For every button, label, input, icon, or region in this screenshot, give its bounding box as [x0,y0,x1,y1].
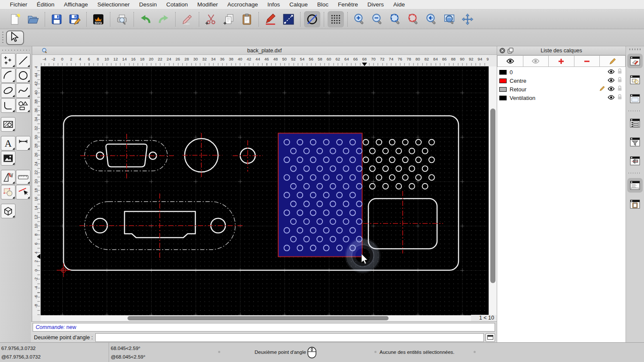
select-entity-tool-button[interactable] [16,185,30,199]
order-tool-button[interactable] [1,185,15,199]
menu-dessin[interactable]: Dessin [134,0,161,9]
layers-show-all-button[interactable] [497,55,523,67]
text-tool-button[interactable]: A [1,136,15,151]
horizontal-scrollbar[interactable] [41,315,489,321]
layer-visibility-icon[interactable] [608,85,615,93]
layer-color-swatch[interactable] [499,70,507,75]
arc-tool-button[interactable] [1,68,15,83]
mouse-icon [307,347,316,359]
svg-export-button[interactable]: SVG [90,11,106,27]
polygon-tool-button[interactable] [16,98,30,113]
line-draw-button[interactable] [280,11,297,27]
layer-visibility-icon[interactable] [608,94,615,102]
dock-entities-button[interactable] [627,116,643,130]
tools-drag-handle[interactable] [2,49,30,51]
layer-edit-button[interactable] [600,55,626,67]
menu-fenetre[interactable]: Fenêtre [333,0,363,9]
hatch-tool-button[interactable] [1,117,15,132]
zoom-window-button[interactable] [441,11,458,27]
solid-tool-button[interactable] [1,204,15,218]
layer-color-swatch[interactable] [499,78,507,83]
zoom-in-button[interactable] [351,11,368,27]
modify-tool-button[interactable] [1,170,15,184]
spline-tool-button[interactable] [16,83,30,98]
menu-bloc[interactable]: Bloc [313,0,333,9]
eraser-button[interactable] [179,11,195,27]
line-tool-button[interactable] [16,53,30,68]
command-input[interactable] [95,333,484,342]
print-preview-button[interactable] [114,11,130,27]
layer-lock-icon[interactable] [617,85,622,93]
dock-drag-handle[interactable] [629,48,641,50]
menu-selectionner[interactable]: Sélectionner [93,0,134,9]
paste-button[interactable] [239,11,255,27]
dock-filter-button[interactable] [627,135,643,149]
layer-visibility-icon[interactable] [608,68,615,76]
layer-lock-icon[interactable] [617,94,622,102]
layers-hide-all-button[interactable] [523,55,549,67]
dimension-tool-button[interactable] [16,136,30,151]
zoom-out-button[interactable] [369,11,386,27]
v-ruler-label: 46 [33,66,38,68]
layer-visibility-icon[interactable] [608,77,615,84]
vertical-scrollbar-thumb[interactable] [490,109,495,283]
drawing-canvas[interactable] [41,66,489,315]
dock-properties-button[interactable] [627,154,643,168]
layer-row-ventilation[interactable]: Ventilation [497,94,626,102]
dock-clipboard-button[interactable] [627,197,643,211]
layer-row-retour[interactable]: Retour [497,85,626,94]
menu-aide[interactable]: Aide [389,0,410,9]
menu-affichage[interactable]: Affichage [59,0,93,9]
layer-remove-button[interactable] [574,55,600,67]
undo-button[interactable] [137,11,154,27]
menu-infos[interactable]: Infos [263,0,285,9]
vertical-scrollbar[interactable] [489,66,497,315]
menu-accrochage[interactable]: Accrochage [222,0,262,9]
dock-blocks-button[interactable] [627,72,643,87]
ellipse-tool-button[interactable] [1,83,15,98]
polyline-tool-button[interactable] [1,98,15,113]
zoom-selection-button[interactable] [405,11,422,27]
pan-button[interactable] [459,11,476,27]
dock-command-button[interactable] [627,178,643,193]
layer-row-0[interactable]: 0 [497,68,626,76]
menu-edition[interactable]: Édition [32,0,59,9]
measure-tool-button[interactable] [16,170,30,184]
open-file-button[interactable] [25,11,41,27]
save-file-button[interactable] [49,11,65,27]
image-tool-button[interactable] [1,151,15,166]
layer-color-swatch[interactable] [499,96,507,100]
h-ruler-label: 24 [167,57,171,61]
cut-button[interactable] [203,11,219,27]
layer-color-swatch[interactable] [499,87,507,92]
circle-tool-button[interactable] [16,68,30,83]
layer-add-button[interactable] [549,55,574,67]
menu-calque[interactable]: Calque [285,0,313,9]
layer-lock-icon[interactable] [617,68,622,76]
point-tool-button[interactable] [1,53,15,68]
draw-pen-button[interactable] [262,11,279,27]
circle-draw-button[interactable] [304,11,320,27]
menu-modifier[interactable]: Modifier [192,0,222,9]
zoom-previous-button[interactable] [423,11,440,27]
new-file-button[interactable] [7,11,23,27]
menu-divers[interactable]: Divers [363,0,389,9]
pan-icon [462,13,474,25]
dock-library-button[interactable] [627,91,643,106]
layer-row-centre[interactable]: Centre [497,76,626,85]
save-as-button[interactable] [67,11,83,27]
menu-fichier[interactable]: Fichier [5,0,32,9]
zoom-auto-button[interactable] [387,11,404,27]
document-titlebar[interactable]: back_plate.dxf [32,46,497,55]
dock-layers-button[interactable] [627,54,643,68]
menu-cotation[interactable]: Cotation [161,0,192,9]
copy-button[interactable] [221,11,237,27]
horizontal-scrollbar-thumb[interactable] [128,316,389,320]
layer-lock-icon[interactable] [617,77,622,84]
selection-pointer-button[interactable] [6,30,24,45]
keyboard-toggle-button[interactable] [486,333,495,342]
dock-library-icon [629,94,641,104]
toolbar-drag-handle[interactable] [2,32,3,44]
redo-button[interactable] [155,11,172,27]
grid-toggle-button[interactable] [328,11,344,27]
